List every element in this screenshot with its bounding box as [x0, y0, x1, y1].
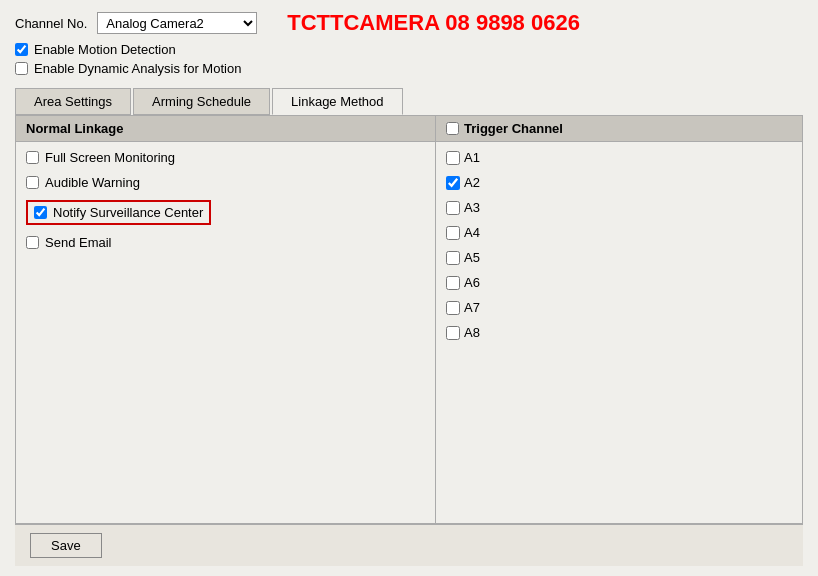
list-item: A4: [446, 223, 792, 242]
enable-dynamic-row: Enable Dynamic Analysis for Motion: [15, 61, 803, 76]
channel-row: Channel No. Analog Camera2 Analog Camera…: [15, 10, 803, 36]
a3-checkbox[interactable]: [446, 201, 460, 215]
save-button[interactable]: Save: [30, 533, 102, 558]
a3-label: A3: [464, 200, 480, 215]
enable-motion-checkbox[interactable]: [15, 43, 28, 56]
a7-label: A7: [464, 300, 480, 315]
main-container: Channel No. Analog Camera2 Analog Camera…: [0, 0, 818, 576]
a5-label: A5: [464, 250, 480, 265]
a7-checkbox[interactable]: [446, 301, 460, 315]
list-item: A5: [446, 248, 792, 267]
tabs-row: Area Settings Arming Schedule Linkage Me…: [15, 88, 803, 115]
send-email-label: Send Email: [45, 235, 111, 250]
tab-arming-schedule[interactable]: Arming Schedule: [133, 88, 270, 115]
channel-label: Channel No.: [15, 16, 87, 31]
list-item: A1: [446, 148, 792, 167]
two-columns: Full Screen Monitoring Audible Warning N…: [16, 142, 802, 523]
enable-dynamic-label: Enable Dynamic Analysis for Motion: [34, 61, 241, 76]
enable-dynamic-checkbox[interactable]: [15, 62, 28, 75]
a6-checkbox[interactable]: [446, 276, 460, 290]
a8-checkbox[interactable]: [446, 326, 460, 340]
channel-select[interactable]: Analog Camera2 Analog Camera1 Analog Cam…: [97, 12, 257, 34]
right-column: A1 A2 A3 A4 A5: [436, 142, 802, 523]
trigger-channel-header-checkbox[interactable]: [446, 122, 459, 135]
a4-checkbox[interactable]: [446, 226, 460, 240]
a2-checkbox[interactable]: [446, 176, 460, 190]
footer: Save: [15, 524, 803, 566]
watermark: TCTTCAMERA 08 9898 0626: [287, 10, 580, 36]
notify-surveillance-checkbox[interactable]: [34, 206, 47, 219]
a5-checkbox[interactable]: [446, 251, 460, 265]
audible-warning-checkbox[interactable]: [26, 176, 39, 189]
audible-warning-label: Audible Warning: [45, 175, 140, 190]
a8-label: A8: [464, 325, 480, 340]
normal-linkage-header: Normal Linkage: [16, 116, 436, 141]
a6-label: A6: [464, 275, 480, 290]
a4-label: A4: [464, 225, 480, 240]
enable-motion-label: Enable Motion Detection: [34, 42, 176, 57]
list-item: A6: [446, 273, 792, 292]
notify-box: Notify Surveillance Center: [26, 200, 211, 225]
list-item: Send Email: [26, 235, 425, 250]
content-area: Normal Linkage Trigger Channel Full Scre…: [15, 115, 803, 524]
full-screen-checkbox[interactable]: [26, 151, 39, 164]
list-item: Full Screen Monitoring: [26, 150, 425, 165]
notify-surveillance-label: Notify Surveillance Center: [53, 205, 203, 220]
enable-motion-row: Enable Motion Detection: [15, 42, 803, 57]
send-email-checkbox[interactable]: [26, 236, 39, 249]
full-screen-label: Full Screen Monitoring: [45, 150, 175, 165]
tab-linkage-method[interactable]: Linkage Method: [272, 88, 403, 115]
a1-checkbox[interactable]: [446, 151, 460, 165]
list-item: Audible Warning: [26, 175, 425, 190]
left-column: Full Screen Monitoring Audible Warning N…: [16, 142, 436, 523]
list-item: A3: [446, 198, 792, 217]
list-item: Notify Surveillance Center: [26, 200, 425, 225]
a1-label: A1: [464, 150, 480, 165]
trigger-channel-header: Trigger Channel: [436, 116, 802, 141]
list-item: A2: [446, 173, 792, 192]
a2-label: A2: [464, 175, 480, 190]
list-item: A8: [446, 323, 792, 342]
list-item: A7: [446, 298, 792, 317]
tab-area-settings[interactable]: Area Settings: [15, 88, 131, 115]
section-headers: Normal Linkage Trigger Channel: [16, 116, 802, 142]
